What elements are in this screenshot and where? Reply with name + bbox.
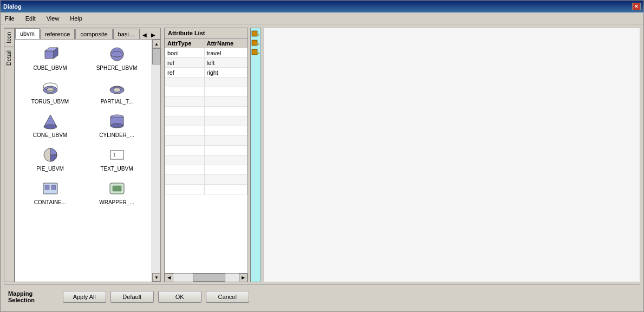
tab-panel: ubvm reference composite basi… ◀ ▶ <box>15 28 161 282</box>
attr-name-cell <box>204 126 247 136</box>
list-item[interactable]: CYLINDER_... <box>84 109 149 141</box>
svg-point-3 <box>110 48 123 61</box>
table-row[interactable] <box>165 175 248 185</box>
table-row[interactable] <box>165 126 248 136</box>
attr-name-cell <box>204 175 247 185</box>
list-item[interactable]: WRAPPER_... <box>84 176 149 209</box>
close-button[interactable]: ✕ <box>632 3 641 10</box>
list-item[interactable]: T TEXT_UBVM <box>84 142 149 175</box>
list-item[interactable]: CONTAINE... <box>17 176 83 209</box>
tab-composite[interactable]: composite <box>75 29 112 39</box>
content-area: Icon Detail ubvm reference composite bas… <box>1 24 643 311</box>
attribute-scroll-area: AttrType AttrName booltravelrefleftrefri… <box>165 38 248 273</box>
scrollbar-left-button[interactable]: ◀ <box>165 274 173 282</box>
cancel-button[interactable]: Cancel <box>206 291 249 303</box>
attr-name-header: AttrName <box>204 39 247 48</box>
list-item[interactable]: PIE_UBVM <box>17 142 83 175</box>
scrollbar-track <box>152 48 160 273</box>
attr-name-cell <box>204 136 247 146</box>
cylinder-label: CYLINDER_... <box>99 132 134 138</box>
svg-rect-23 <box>252 31 257 36</box>
tabs-row: ubvm reference composite basi… ◀ ▶ <box>15 28 160 40</box>
tab-basic[interactable]: basi… <box>113 29 140 39</box>
menu-view[interactable]: View <box>44 14 62 23</box>
attr-type-cell: ref <box>165 58 205 68</box>
list-item[interactable]: PARTIAL_T... <box>84 75 149 108</box>
attr-name-cell: left <box>204 58 247 68</box>
table-row[interactable] <box>165 146 248 155</box>
table-row[interactable] <box>165 87 248 97</box>
svg-rect-25 <box>252 40 257 46</box>
list-item[interactable]: CUBE_UBVM <box>17 42 83 74</box>
partial-t-label: PARTIAL_T... <box>101 99 133 105</box>
table-row[interactable] <box>165 107 248 116</box>
table-row[interactable]: refright <box>165 68 248 77</box>
side-icon-3[interactable]: + <box>251 49 260 57</box>
svg-rect-27 <box>252 49 257 55</box>
svg-rect-20 <box>51 185 56 190</box>
default-button[interactable]: Default <box>110 291 154 303</box>
left-panel: Icon Detail ubvm reference composite bas… <box>4 28 161 282</box>
apply-all-button[interactable]: Apply All <box>63 291 106 303</box>
table-row[interactable]: refleft <box>165 58 248 68</box>
attr-name-cell: right <box>204 68 247 77</box>
attr-type-cell <box>165 146 205 155</box>
scrollbar-thumb[interactable] <box>152 48 160 64</box>
dialog-window: Dialog ✕ File Edit View Help Icon Detail <box>0 0 644 312</box>
attr-type-cell <box>165 77 205 87</box>
sphere-ubvm-label: SPHERE_UBVM <box>96 65 138 71</box>
table-row[interactable] <box>165 185 248 194</box>
side-icon-2[interactable]: + <box>251 40 260 48</box>
vertical-tab-detail[interactable]: Detail <box>4 47 14 69</box>
list-item[interactable]: SPHERE_UBVM <box>84 42 149 74</box>
table-row[interactable] <box>165 155 248 165</box>
table-row[interactable] <box>165 97 248 107</box>
attr-name-cell <box>204 146 247 155</box>
attr-name-cell <box>204 97 247 107</box>
menu-file[interactable]: File <box>3 14 17 23</box>
vertical-tab-icon[interactable]: Icon <box>4 28 14 47</box>
side-icon-group: + + + <box>251 30 260 57</box>
attr-type-cell <box>165 126 205 136</box>
tab-ubvm[interactable]: ubvm <box>15 28 40 39</box>
table-row[interactable] <box>165 136 248 146</box>
mapping-selection-label: Mapping Selection <box>8 290 56 303</box>
ok-button[interactable]: OK <box>158 291 201 303</box>
attr-name-cell <box>204 155 247 165</box>
cube-ubvm-icon <box>42 46 59 63</box>
attribute-list-title: Attribute List <box>165 28 248 38</box>
text-ubvm-label: TEXT_UBVM <box>100 166 133 172</box>
container-label: CONTAINE... <box>34 199 66 205</box>
h-scrollbar-thumb[interactable] <box>193 274 225 282</box>
attr-type-cell <box>165 155 205 165</box>
list-item[interactable]: TORUS_UBVM <box>17 75 83 108</box>
scrollbar-right-button[interactable]: ▶ <box>239 274 248 282</box>
right-panel: Attribute List AttrType AttrName booltra… <box>164 28 640 282</box>
tab-next-button[interactable]: ▶ <box>149 31 158 39</box>
attr-name-cell <box>204 77 247 87</box>
scrollbar-up-button[interactable]: ▲ <box>152 40 160 48</box>
cyan-side-panel: + + + <box>250 28 261 282</box>
svg-rect-19 <box>45 185 49 190</box>
container-icon <box>42 180 59 197</box>
table-row[interactable] <box>165 77 248 87</box>
partial-t-icon <box>108 79 126 96</box>
menu-edit[interactable]: Edit <box>23 14 38 23</box>
sphere-ubvm-icon <box>108 46 126 63</box>
add-icon-1: + <box>251 30 260 39</box>
svg-rect-22 <box>113 186 121 191</box>
add-icon-3: + <box>251 49 260 57</box>
tab-prev-button[interactable]: ◀ <box>140 31 149 39</box>
side-icon-1[interactable]: + <box>251 30 260 39</box>
table-row[interactable]: booltravel <box>165 48 248 58</box>
scrollbar-down-button[interactable]: ▼ <box>152 273 160 282</box>
attr-type-cell <box>165 87 205 97</box>
table-row[interactable] <box>165 165 248 175</box>
attr-type-cell <box>165 136 205 146</box>
list-item[interactable]: CONE_UBVM <box>17 109 83 141</box>
attribute-table: AttrType AttrName booltravelrefleftrefri… <box>165 38 248 194</box>
table-row[interactable] <box>165 116 248 126</box>
tab-reference[interactable]: reference <box>40 29 75 39</box>
menu-help[interactable]: Help <box>68 14 84 23</box>
wrapper-label: WRAPPER_... <box>99 199 134 205</box>
